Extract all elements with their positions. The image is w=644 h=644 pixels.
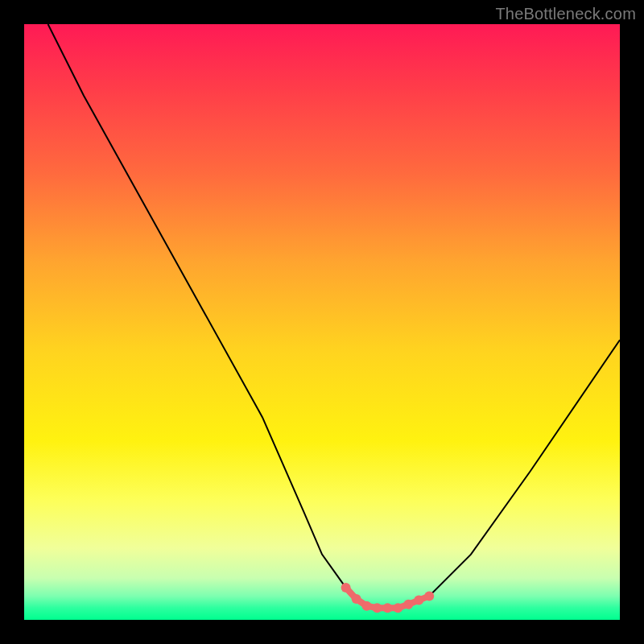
heat-gradient [24,24,620,620]
watermark-text: TheBottleneck.com [495,5,636,23]
plot-area [24,24,620,620]
chart-frame: TheBottleneck.com [0,0,644,644]
